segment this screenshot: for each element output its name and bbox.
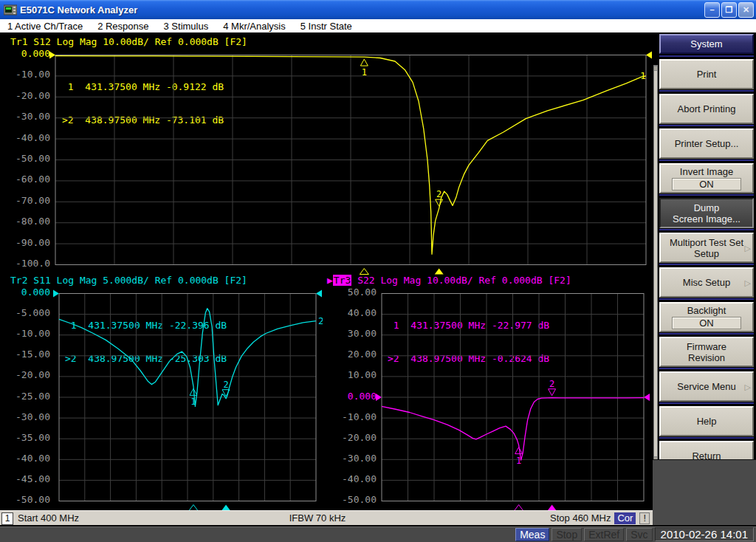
ref-level-arrow-right-icon <box>644 394 650 401</box>
softkey-toggle-value: ON <box>672 178 741 191</box>
y-tick-label: -25.00 <box>0 391 50 402</box>
ifbw-label: IFBW 70 kHz <box>289 512 346 524</box>
y-tick-label: -10.00 <box>0 328 50 340</box>
scroll-handle-top[interactable] <box>654 66 657 71</box>
y-tick-label: -15.00 <box>0 349 50 360</box>
y-axis-labels-tr2: 0.000-5.000-10.00-15.00-20.00-25.00-30.0… <box>0 287 50 509</box>
menu-item-3[interactable]: 3 Stimulus <box>157 21 216 32</box>
softkey-scroll-strip[interactable] <box>653 65 658 462</box>
plot-tr1[interactable]: 121 <box>49 50 653 275</box>
trace1-label: Tr1 <box>10 36 27 47</box>
y-tick-label: -20.00 <box>0 90 50 102</box>
y-tick-label: -30.00 <box>326 453 377 464</box>
instrument-screen: E5071C Network Analyzer – ❐ ✕ 1 Active C… <box>0 0 756 542</box>
softkey-multiport-test-set-setup[interactable]: Multiport Test Set Setup▷ <box>659 233 754 263</box>
softkey-label: Multiport Test Set Setup <box>670 237 743 259</box>
y-tick-label: -20.00 <box>326 432 377 444</box>
y-tick-label: -45.00 <box>0 473 50 485</box>
menu-bar: 1 Active Ch/Trace2 Response3 Stimulus4 M… <box>0 19 756 32</box>
clock: 2010-02-26 14:01 <box>655 527 754 541</box>
correction-status-badge: Cor <box>614 512 636 524</box>
y-tick-label: -80.00 <box>0 216 50 227</box>
softkey-label: Abort Printing <box>678 103 736 114</box>
y-axis-labels-tr1: 0.000-10.00-20.00-30.00-40.00-50.00-60.0… <box>0 48 50 272</box>
svg-text:1: 1 <box>516 456 521 466</box>
trace2-header: Tr2 S11 Log Mag 5.000dB/ Ref 0.000dB [F2… <box>10 275 247 286</box>
y-tick-label: -30.00 <box>0 111 50 123</box>
stop-status-indicator: Stop <box>551 528 582 541</box>
active-trace-arrow-icon: ▶ <box>327 275 333 286</box>
warning-badge: ! <box>639 512 650 524</box>
plot-tr3[interactable]: 12 <box>375 289 650 511</box>
ref-level-arrow-right-icon <box>316 290 322 298</box>
y-tick-label: -10.00 <box>326 411 377 423</box>
softkey-invert-image[interactable]: Invert ImageON <box>659 163 754 193</box>
softkey-dump-screen-image[interactable]: Dump Screen Image... <box>659 198 754 228</box>
softkey-service-menu[interactable]: Service Menu▷ <box>659 371 754 402</box>
ref-level-arrow-left-icon <box>376 394 382 401</box>
task-bar: Meas Stop ExtRef Svc 2010-02-26 14:01 <box>0 525 756 542</box>
y-axis-labels-tr3: 50.0040.0030.0020.0010.000.000-10.00-20.… <box>326 287 377 509</box>
svg-text:1: 1 <box>190 397 196 407</box>
softkey-backlight[interactable]: BacklightON <box>659 302 754 332</box>
submenu-arrow-icon: ▷ <box>745 381 751 392</box>
softkey-abort-printing[interactable]: Abort Printing <box>659 94 754 124</box>
ref-level-arrow-left-icon <box>49 52 55 59</box>
menu-item-4[interactable]: 4 Mkr/Analysis <box>216 21 293 32</box>
y-tick-label: -30.00 <box>0 411 50 423</box>
svg-text:1: 1 <box>640 70 646 81</box>
svg-text:1: 1 <box>362 67 367 78</box>
y-tick-label: 0.000 <box>0 48 50 60</box>
plot-tr2[interactable]: 122 <box>52 289 323 511</box>
app-icon <box>4 4 17 16</box>
y-tick-label: -35.00 <box>0 432 50 444</box>
softkey-label: Backlight <box>687 305 726 316</box>
stimulus-marker-active-icon <box>435 269 444 275</box>
trace2-label: Tr2 <box>10 275 27 286</box>
display-area: Tr1 S12 Log Mag 10.00dB/ Ref 0.000dB [F2… <box>0 32 653 510</box>
y-tick-label: 50.00 <box>326 287 377 298</box>
y-tick-label: -50.00 <box>0 153 50 165</box>
minimize-button[interactable]: – <box>704 2 720 18</box>
trace3-label-active: Tr3 <box>333 275 351 286</box>
trace1-header: Tr1 S12 Log Mag 10.00dB/ Ref 0.000dB [F2… <box>10 36 247 47</box>
menu-item-5[interactable]: 5 Instr State <box>293 21 360 32</box>
softkey-sidebar: System PrintAbort PrintingPrinter Setup.… <box>653 32 756 525</box>
stop-frequency-label: Stop 460 MHz <box>550 512 611 524</box>
restore-button[interactable]: ❐ <box>721 2 737 18</box>
softkey-printer-setup[interactable]: Printer Setup... <box>659 128 754 159</box>
y-tick-label: 0.000 <box>326 391 377 402</box>
extref-status-indicator: ExtRef <box>584 528 624 541</box>
softkey-help[interactable]: Help <box>659 406 754 436</box>
menu-item-1[interactable]: 1 Active Ch/Trace <box>0 21 90 32</box>
softkey-label: Print <box>697 69 717 80</box>
window-title: E5071C Network Analyzer <box>20 4 704 16</box>
marker-glyph <box>360 59 368 66</box>
svg-text:2: 2 <box>318 315 323 326</box>
y-tick-label: 10.00 <box>326 369 377 381</box>
y-tick-label: 30.00 <box>326 328 377 340</box>
start-frequency-label: Start 400 MHz <box>18 512 79 524</box>
marker-glyph <box>436 199 443 206</box>
trace2-format: S11 Log Mag 5.000dB/ Ref 0.000dB [F2] <box>27 275 247 286</box>
title-bar: E5071C Network Analyzer – ❐ ✕ <box>0 0 756 19</box>
softkey-label: Dump Screen Image... <box>673 202 740 224</box>
softkey-label: Service Menu <box>677 381 735 392</box>
softkey-menu-title: System <box>659 34 754 54</box>
ref-level-arrow-left-icon <box>53 290 59 298</box>
channel-number-badge: 1 <box>1 512 13 525</box>
stimulus-marker-icon <box>360 269 368 275</box>
softkey-label: Firmware Revision <box>687 341 726 363</box>
close-button[interactable]: ✕ <box>738 2 754 18</box>
softkey-misc-setup[interactable]: Misc Setup▷ <box>659 267 754 298</box>
menu-item-2[interactable]: 2 Response <box>90 21 156 32</box>
svg-text:2: 2 <box>223 380 228 390</box>
softkey-label: Printer Setup... <box>675 138 739 149</box>
submenu-arrow-icon: ▷ <box>745 242 751 253</box>
softkey-print[interactable]: Print <box>659 59 754 89</box>
y-tick-label: -50.00 <box>0 494 50 506</box>
y-tick-label: -10.00 <box>0 69 50 80</box>
svg-text:2: 2 <box>549 379 554 389</box>
meas-status-indicator: Meas <box>515 528 549 541</box>
softkey-firmware-revision[interactable]: Firmware Revision <box>659 337 754 367</box>
